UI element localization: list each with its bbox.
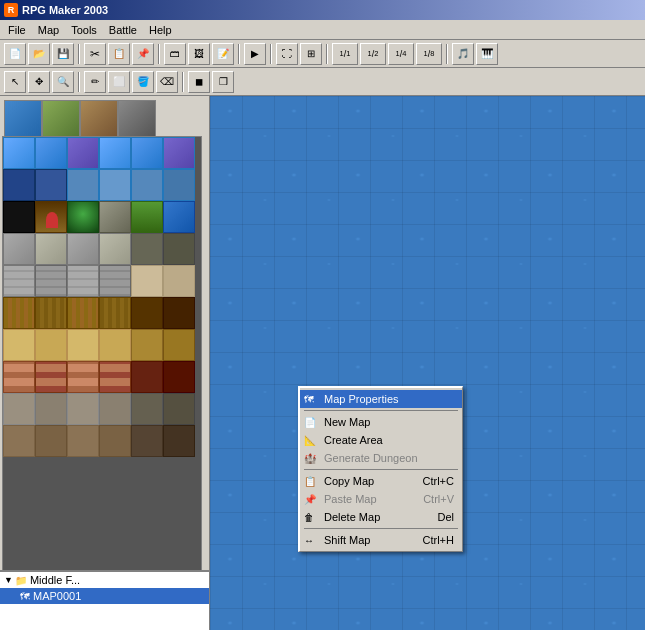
cursor-tool[interactable]: ↖ xyxy=(4,71,26,93)
tile-dirt-3[interactable] xyxy=(67,425,99,457)
tile-brick-1[interactable] xyxy=(3,361,35,393)
tile-dirt-4[interactable] xyxy=(99,425,131,457)
tile-floor-1[interactable] xyxy=(131,265,163,297)
ctx-new-map[interactable]: 📄 New Map xyxy=(300,413,462,431)
tile-wood-2[interactable] xyxy=(35,297,67,329)
tile-light-3[interactable] xyxy=(131,169,163,201)
menu-battle[interactable]: Battle xyxy=(103,22,143,38)
tile-stone-5[interactable] xyxy=(131,233,163,265)
tile-brick-2[interactable] xyxy=(35,361,67,393)
tile-stone-4[interactable] xyxy=(99,233,131,265)
tile-brick-5[interactable] xyxy=(131,361,163,393)
paste-button[interactable]: 📌 xyxy=(132,43,154,65)
map-editor[interactable]: 🗺 Map Properties 📄 New Map 📐 Create Area… xyxy=(210,96,645,630)
tile-dark-2[interactable] xyxy=(35,169,67,201)
script-button[interactable]: 📝 xyxy=(212,43,234,65)
copy-button[interactable]: 📋 xyxy=(108,43,130,65)
tile-rock[interactable] xyxy=(99,201,131,233)
zoom-button[interactable]: ⊞ xyxy=(300,43,322,65)
event-tool[interactable]: ❒ xyxy=(212,71,234,93)
tile-wall-3[interactable] xyxy=(67,265,99,297)
tile-wood-1[interactable] xyxy=(3,297,35,329)
tree-item-middle-f[interactable]: ▼ 📁 Middle F... xyxy=(0,572,210,588)
tile-wall-4[interactable] xyxy=(99,265,131,297)
tile-brick-4[interactable] xyxy=(99,361,131,393)
tile-dark-1[interactable] xyxy=(3,169,35,201)
tile-water-1[interactable] xyxy=(3,137,35,169)
eraser-tool[interactable]: ⌫ xyxy=(156,71,178,93)
tileset-tab-1[interactable] xyxy=(4,100,42,136)
zoom-tool[interactable]: 🔍 xyxy=(52,71,74,93)
tile-grass[interactable] xyxy=(131,201,163,233)
ctx-copy-map[interactable]: 📋 Copy Map Ctrl+C xyxy=(300,472,462,490)
audio-button[interactable]: 🎵 xyxy=(452,43,474,65)
new-button[interactable]: 📄 xyxy=(4,43,26,65)
tile-water-shore[interactable] xyxy=(163,201,195,233)
tile-brick-6[interactable] xyxy=(163,361,195,393)
tile-stone-3[interactable] xyxy=(67,233,99,265)
tile-sand-2[interactable] xyxy=(35,329,67,361)
save-button[interactable]: 💾 xyxy=(52,43,74,65)
tile-mushroom[interactable] xyxy=(35,201,67,233)
pencil-tool[interactable]: ✏ xyxy=(84,71,106,93)
tile-cobble-1[interactable] xyxy=(3,393,35,425)
tile-wall-1[interactable] xyxy=(3,265,35,297)
fill-tool[interactable]: 🪣 xyxy=(132,71,154,93)
ctx-delete-map[interactable]: 🗑 Delete Map Del xyxy=(300,508,462,526)
tileset-tab-4[interactable] xyxy=(118,100,156,136)
move-tool[interactable]: ✥ xyxy=(28,71,50,93)
menu-map[interactable]: Map xyxy=(32,22,65,38)
zoom-fit-button[interactable]: ⛶ xyxy=(276,43,298,65)
tile-brick-3[interactable] xyxy=(67,361,99,393)
tile-wood-3[interactable] xyxy=(67,297,99,329)
scale4-button[interactable]: 1/4 xyxy=(388,43,414,65)
tileset-content[interactable] xyxy=(2,136,202,600)
tile-sand-3[interactable] xyxy=(67,329,99,361)
tile-water-4[interactable] xyxy=(99,137,131,169)
tile-sand-1[interactable] xyxy=(3,329,35,361)
scale2-button[interactable]: 1/2 xyxy=(360,43,386,65)
open-button[interactable]: 📂 xyxy=(28,43,50,65)
ctx-map-properties[interactable]: 🗺 Map Properties xyxy=(300,390,462,408)
tile-sand-5[interactable] xyxy=(131,329,163,361)
menu-file[interactable]: File xyxy=(2,22,32,38)
tile-cobble-5[interactable] xyxy=(131,393,163,425)
tile-floor-2[interactable] xyxy=(163,265,195,297)
tile-cobble-4[interactable] xyxy=(99,393,131,425)
tile-cobble-3[interactable] xyxy=(67,393,99,425)
tile-wood-4[interactable] xyxy=(99,297,131,329)
tile-wall-2[interactable] xyxy=(35,265,67,297)
tile-water-3[interactable] xyxy=(67,137,99,169)
tree-item-map0001[interactable]: 🗺 MAP0001 xyxy=(0,588,210,604)
tile-light-1[interactable] xyxy=(67,169,99,201)
scale1-button[interactable]: 1/1 xyxy=(332,43,358,65)
menu-tools[interactable]: Tools xyxy=(65,22,103,38)
tileset-tab-3[interactable] xyxy=(80,100,118,136)
shadow-tool[interactable]: ◼ xyxy=(188,71,210,93)
tile-dirt-1[interactable] xyxy=(3,425,35,457)
tile-water-2[interactable] xyxy=(35,137,67,169)
tile-wood-5[interactable] xyxy=(131,297,163,329)
tile-sand-4[interactable] xyxy=(99,329,131,361)
tile-dirt-2[interactable] xyxy=(35,425,67,457)
cut-button[interactable]: ✂ xyxy=(84,43,106,65)
tile-light-4[interactable] xyxy=(163,169,195,201)
tile-stone-2[interactable] xyxy=(35,233,67,265)
tile-dirt-5[interactable] xyxy=(131,425,163,457)
midi-button[interactable]: 🎹 xyxy=(476,43,498,65)
tile-stone-6[interactable] xyxy=(163,233,195,265)
database-button[interactable]: 🗃 xyxy=(164,43,186,65)
ctx-create-area[interactable]: 📐 Create Area xyxy=(300,431,462,449)
tileset-tab-2[interactable] xyxy=(42,100,80,136)
rect-tool[interactable]: ⬜ xyxy=(108,71,130,93)
tile-wood-6[interactable] xyxy=(163,297,195,329)
tile-light-2[interactable] xyxy=(99,169,131,201)
menu-help[interactable]: Help xyxy=(143,22,178,38)
tile-tree[interactable] xyxy=(67,201,99,233)
ctx-shift-map[interactable]: ↔ Shift Map Ctrl+H xyxy=(300,531,462,549)
tile-cobble-6[interactable] xyxy=(163,393,195,425)
tile-water-6[interactable] xyxy=(163,137,195,169)
tile-sand-6[interactable] xyxy=(163,329,195,361)
tile-stone-1[interactable] xyxy=(3,233,35,265)
tile-water-5[interactable] xyxy=(131,137,163,169)
